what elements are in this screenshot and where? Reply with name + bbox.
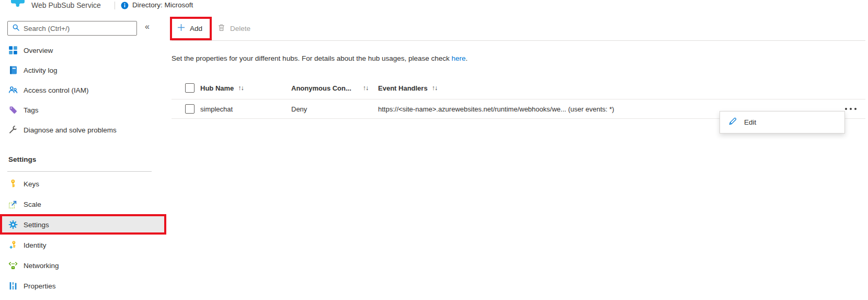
sidebar-item-scale[interactable]: Scale [0, 194, 164, 214]
trash-icon [218, 24, 225, 33]
azure-portal-page: Web PubSub Service Directory: Microsoft … [0, 0, 868, 300]
sidebar-item-label: Activity log [24, 66, 58, 74]
sidebar-item-diagnose[interactable]: Diagnose and solve problems [0, 120, 164, 140]
tag-icon [8, 105, 18, 115]
sidebar-item-label: Overview [24, 47, 53, 54]
sidebar-item-access-control[interactable]: Access control (IAM) [0, 80, 164, 100]
sort-icon[interactable]: ↑↓ [432, 84, 438, 92]
sidebar-item-keys[interactable]: Keys [0, 174, 164, 194]
sidebar-item-tags[interactable]: Tags [0, 100, 164, 120]
activity-log-icon [8, 65, 18, 75]
search-input[interactable] [24, 25, 132, 32]
directory-label: Directory: Microsoft [132, 1, 193, 9]
sidebar-item-label: Properties [24, 282, 56, 290]
web-pubsub-logo-icon [10, 0, 25, 7]
here-link[interactable]: here [452, 54, 466, 62]
delete-button[interactable]: Delete [218, 21, 250, 36]
column-header-hub-name[interactable]: Hub Name ↑↓ [200, 84, 291, 92]
description-text: Set the properties for your different hu… [172, 54, 452, 62]
title-divider [115, 2, 115, 9]
hub-description-text: Set the properties for your different hu… [172, 54, 467, 62]
add-button[interactable]: Add [177, 21, 202, 36]
column-label: Anonymous Con... [291, 84, 351, 92]
row-checkbox[interactable] [185, 104, 195, 114]
column-header-anonymous-connect[interactable]: Anonymous Con... ↑↓ [291, 84, 378, 92]
top-bar: Web PubSub Service Directory: Microsoft [0, 0, 868, 13]
sidebar-item-properties[interactable]: Properties [0, 276, 164, 296]
column-label: Hub Name [200, 84, 234, 92]
settings-group-header: Settings [8, 155, 36, 163]
info-icon [121, 2, 129, 9]
scale-icon [8, 199, 18, 209]
sidebar-item-label: Keys [24, 180, 39, 188]
sidebar-item-label: Settings [24, 221, 49, 229]
identity-icon [8, 240, 18, 250]
column-header-event-handlers[interactable]: Event Handlers ↑↓ [378, 84, 865, 92]
sidebar-item-networking[interactable]: Networking [0, 255, 164, 275]
toolbar-divider [172, 40, 865, 41]
networking-icon [8, 261, 18, 270]
page-title: Web PubSub Service [31, 1, 101, 9]
sidebar-item-settings[interactable]: Settings [0, 215, 164, 235]
sidebar-item-label: Diagnose and solve problems [24, 126, 117, 134]
header-checkbox-cell [172, 83, 200, 93]
column-label: Event Handlers [378, 84, 428, 92]
sidebar-item-label: Tags [24, 106, 39, 114]
wrench-icon [8, 125, 18, 135]
access-control-icon [8, 85, 18, 95]
sidebar-search-box[interactable] [7, 21, 137, 36]
sort-icon[interactable]: ↑↓ [238, 84, 244, 92]
collapse-sidebar-button[interactable]: « [145, 22, 150, 31]
table-header-row: Hub Name ↑↓ Anonymous Con... ↑↓ Event Ha… [172, 77, 865, 99]
row-context-menu: Edit [719, 111, 845, 134]
sidebar-item-label: Access control (IAM) [24, 86, 89, 94]
add-button-label: Add [190, 25, 202, 32]
search-icon [12, 24, 20, 34]
settings-group-divider [7, 171, 152, 172]
hub-name-cell: simplechat [200, 105, 291, 113]
sidebar-item-label: Scale [24, 201, 41, 208]
overview-icon [8, 46, 18, 55]
key-icon [8, 179, 18, 188]
context-menu-item-edit[interactable]: Edit [720, 112, 844, 133]
delete-button-label: Delete [230, 25, 250, 32]
sidebar-item-activity-log[interactable]: Activity log [0, 60, 164, 80]
sidebar-item-label: Networking [24, 262, 59, 270]
plus-icon [177, 24, 185, 33]
pencil-icon [728, 117, 737, 128]
sidebar: « Overview Activity log Access control (… [0, 16, 167, 300]
event-handler-url: https://<site-name>.azurewebsites.net/ru… [378, 105, 614, 113]
sort-icon[interactable]: ↑↓ [363, 84, 369, 92]
main-content: Add Delete Set the properties for your d… [172, 16, 867, 300]
gear-icon [8, 220, 18, 229]
description-period: . [466, 54, 468, 62]
anonymous-connect-cell: Deny [291, 105, 378, 113]
row-actions-ellipsis-icon[interactable] [845, 105, 860, 113]
select-all-checkbox[interactable] [185, 83, 195, 93]
menu-item-label: Edit [744, 118, 756, 126]
sidebar-item-identity[interactable]: Identity [0, 235, 164, 255]
row-checkbox-cell [172, 104, 200, 114]
properties-icon [8, 281, 18, 291]
sidebar-item-label: Identity [24, 241, 47, 249]
sidebar-item-overview[interactable]: Overview [0, 40, 164, 60]
